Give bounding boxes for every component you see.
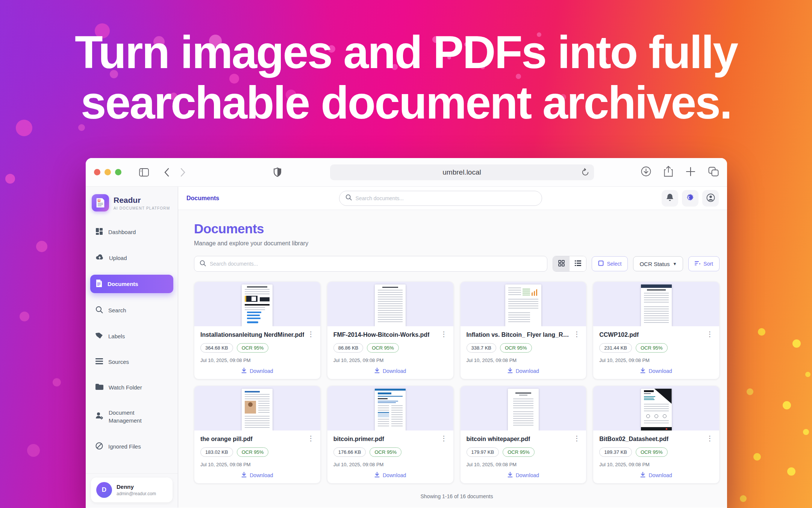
- global-search[interactable]: [339, 191, 542, 206]
- ocr-badge: OCR 95%: [370, 447, 401, 457]
- user-card[interactable]: D Denny admin@readur.com: [91, 478, 173, 502]
- document-card[interactable]: the orange pill.pdf ⋮ 183.02 KB OCR 95% …: [194, 386, 321, 484]
- download-label: Download: [648, 368, 672, 374]
- documents-page: Documents Manage and explore your docume…: [178, 210, 727, 508]
- document-name: bitcoin.primer.pdf: [333, 436, 384, 443]
- size-badge: 176.66 KB: [333, 447, 366, 457]
- ocr-status-dropdown[interactable]: OCR Status ▼: [633, 256, 683, 271]
- sidebar-item-labels[interactable]: Labels: [90, 327, 173, 345]
- download-link[interactable]: Download: [200, 472, 314, 479]
- zoom-window-button[interactable]: [115, 169, 121, 175]
- document-card[interactable]: Installationsanleitung NerdMiner.pdf ⋮ 3…: [194, 281, 321, 379]
- sidebar-item-document-management[interactable]: Document Management: [90, 404, 173, 429]
- ocr-badge: OCR 95%: [636, 343, 668, 353]
- close-window-button[interactable]: [94, 169, 100, 175]
- kebab-menu-icon[interactable]: ⋮: [441, 332, 447, 337]
- sidebar-item-upload[interactable]: Upload: [90, 249, 173, 267]
- size-badge: 338.7 KB: [467, 343, 497, 353]
- ocr-badge: OCR 95%: [636, 447, 668, 457]
- shield-icon[interactable]: [274, 167, 281, 177]
- kebab-menu-icon[interactable]: ⋮: [308, 332, 314, 337]
- sort-button[interactable]: Sort: [688, 256, 720, 271]
- breadcrumb[interactable]: Documents: [186, 195, 219, 202]
- select-button[interactable]: Select: [592, 256, 628, 271]
- sidebar-item-dashboard[interactable]: Dashboard: [90, 223, 173, 241]
- download-link[interactable]: Download: [599, 368, 713, 374]
- download-label: Download: [516, 368, 539, 374]
- checkbox-icon: [598, 260, 604, 267]
- sidebar-item-label: Sources: [108, 359, 129, 365]
- cloud-upload-icon: [95, 254, 104, 262]
- document-name: Installationsanleitung NerdMiner.pdf: [200, 332, 304, 338]
- document-card[interactable]: FMF-2014-How-Bitcoin-Works.pdf ⋮ 86.86 K…: [327, 281, 454, 379]
- kebab-menu-icon[interactable]: ⋮: [706, 332, 713, 337]
- download-label: Download: [648, 472, 672, 478]
- download-link[interactable]: Download: [333, 368, 447, 374]
- back-button[interactable]: [164, 168, 170, 177]
- tab-overview-icon[interactable]: [708, 167, 719, 178]
- url-bar[interactable]: umbrel.local: [330, 164, 594, 180]
- document-date: Jul 10, 2025, 09:08 PM: [200, 357, 314, 363]
- readur-logo-icon: R: [92, 194, 109, 211]
- download-icon: [508, 472, 513, 479]
- hero-headline: Turn images and PDFs into fully searchab…: [0, 27, 812, 128]
- share-icon[interactable]: [664, 166, 673, 178]
- document-thumbnail: [194, 282, 320, 326]
- document-date: Jul 10, 2025, 09:08 PM: [333, 357, 447, 363]
- document-card[interactable]: CCWP102.pdf ⋮ 231.44 KB OCR 95% Jul 10, …: [593, 281, 720, 379]
- dashboard-grid-icon: [95, 228, 103, 236]
- document-card[interactable]: bitcoin whitepaper.pdf ⋮ 179.97 KB OCR 9…: [460, 386, 587, 484]
- kebab-menu-icon[interactable]: ⋮: [573, 436, 580, 441]
- ocr-badge: OCR 95%: [500, 343, 532, 353]
- document-card[interactable]: bitcoin.primer.pdf ⋮ 176.66 KB OCR 95% J…: [327, 386, 454, 484]
- sidebar-item-search[interactable]: Search: [90, 301, 173, 319]
- document-icon: [95, 280, 102, 288]
- reload-icon[interactable]: [581, 168, 589, 179]
- search-icon: [95, 306, 103, 315]
- notifications-button[interactable]: [662, 190, 678, 207]
- sidebar-item-ignored-files[interactable]: Ignored Files: [90, 437, 173, 456]
- sidebar-item-label: Document Management: [109, 409, 158, 424]
- document-card[interactable]: Inflation vs. Bitcoin_ Flyer lang_RGB.pd…: [460, 281, 587, 379]
- documents-search-input[interactable]: [210, 261, 542, 267]
- size-badge: 189.37 KB: [599, 447, 632, 457]
- size-badge: 179.97 KB: [467, 447, 499, 457]
- downloads-icon[interactable]: [641, 166, 651, 178]
- kebab-menu-icon[interactable]: ⋮: [308, 436, 314, 441]
- documents-search[interactable]: [194, 256, 547, 272]
- kebab-menu-icon[interactable]: ⋮: [706, 436, 713, 441]
- kebab-menu-icon[interactable]: ⋮: [441, 436, 447, 441]
- sidebar-item-watch-folder[interactable]: Watch Folder: [90, 379, 173, 396]
- forward-button[interactable]: [180, 168, 186, 177]
- document-card[interactable]: BitBox02_Datasheet.pdf ⋮ 189.37 KB OCR 9…: [593, 386, 720, 484]
- sun-moon-icon: [686, 193, 695, 203]
- download-link[interactable]: Download: [467, 368, 580, 374]
- url-text: umbrel.local: [442, 168, 481, 176]
- new-tab-icon[interactable]: [686, 167, 695, 178]
- download-link[interactable]: Download: [333, 472, 447, 479]
- download-label: Download: [383, 472, 406, 478]
- download-link[interactable]: Download: [200, 368, 314, 374]
- document-date: Jul 10, 2025, 09:08 PM: [599, 462, 713, 467]
- sidebar-item-documents[interactable]: Documents: [90, 275, 173, 293]
- theme-toggle-button[interactable]: [682, 190, 698, 207]
- sidebar-toggle-icon[interactable]: [139, 168, 149, 176]
- kebab-menu-icon[interactable]: ⋮: [573, 332, 580, 337]
- download-label: Download: [383, 368, 406, 374]
- list-view-button[interactable]: [570, 256, 586, 271]
- app-topbar: Documents: [178, 187, 727, 210]
- brand-name: Readur: [114, 196, 170, 205]
- sort-button-label: Sort: [703, 261, 713, 267]
- global-search-input[interactable]: [356, 195, 536, 201]
- chevron-down-icon: ▼: [673, 262, 677, 266]
- document-thumbnail: [461, 386, 586, 430]
- grid-view-button[interactable]: [553, 256, 570, 271]
- sidebar-item-sources[interactable]: Sources: [90, 353, 173, 371]
- page-title: Documents: [194, 221, 720, 236]
- download-link[interactable]: Download: [467, 472, 580, 479]
- download-link[interactable]: Download: [599, 472, 713, 479]
- download-icon: [241, 368, 247, 374]
- folder-icon: [95, 383, 103, 391]
- account-button[interactable]: [702, 190, 719, 207]
- minimize-window-button[interactable]: [105, 169, 111, 175]
